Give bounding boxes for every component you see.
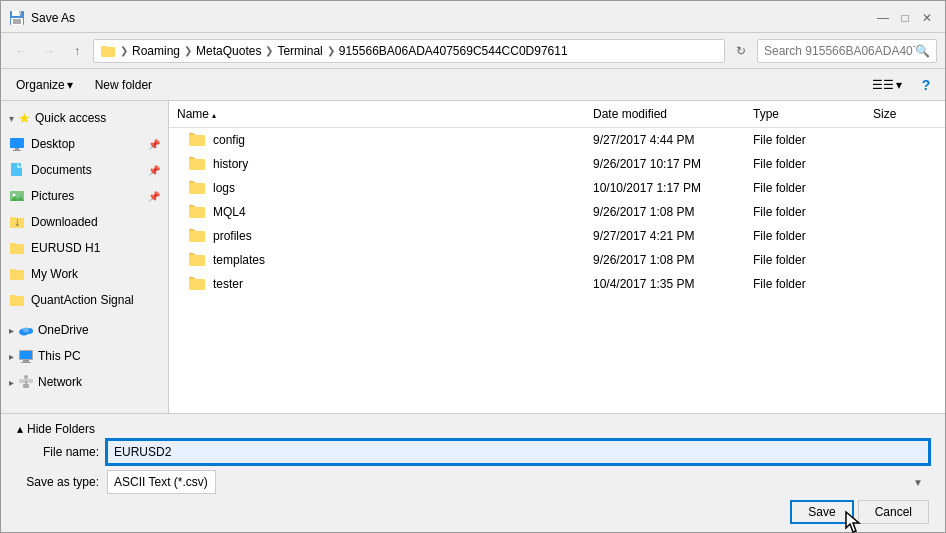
up-button[interactable]: ↑	[65, 39, 89, 63]
table-row[interactable]: config 9/27/2017 4:44 PM File folder	[169, 128, 945, 152]
file-name-mql4: MQL4	[209, 203, 585, 221]
table-row[interactable]: templates 9/26/2017 1:08 PM File folder	[169, 248, 945, 272]
svg-rect-8	[15, 148, 19, 150]
save-as-dialog: Save As — □ ✕ ← → ↑ ❯ Roaming ❯ MetaQuot…	[0, 0, 946, 533]
filetype-select-wrapper: ASCII Text (*.csv)CSV (*.csv)Text (*.txt…	[107, 470, 929, 494]
file-date-profiles: 9/27/2017 4:21 PM	[585, 227, 745, 245]
thispc-header[interactable]: ▸ This PC	[1, 343, 168, 369]
mywork-folder-icon	[9, 266, 25, 282]
network-header[interactable]: ▸ Network	[1, 369, 168, 395]
save-button[interactable]: Save	[790, 500, 853, 524]
title-bar-left: Save As	[9, 10, 75, 26]
search-bar: 🔍	[757, 39, 937, 63]
file-size-logs	[865, 186, 945, 190]
column-date[interactable]: Date modified	[585, 105, 745, 123]
folder-icon	[189, 228, 205, 244]
action-row: Save Cancel	[17, 500, 929, 524]
sidebar-documents-label: Documents	[31, 163, 92, 177]
sidebar-item-mywork[interactable]: My Work	[1, 261, 168, 287]
file-name-logs: logs	[209, 179, 585, 197]
svg-rect-54	[189, 277, 194, 279]
file-date-history: 9/26/2017 10:17 PM	[585, 155, 745, 173]
hide-folders-toggle[interactable]: ▴ Hide Folders	[17, 422, 95, 436]
file-size-config	[865, 138, 945, 142]
hide-folders-row: ▴ Hide Folders	[17, 422, 929, 436]
sidebar-item-desktop[interactable]: Desktop 📌	[1, 131, 168, 157]
svg-point-33	[24, 375, 28, 379]
new-folder-button[interactable]: New folder	[88, 75, 159, 95]
sidebar-item-downloaded[interactable]: ↓ Downloaded	[1, 209, 168, 235]
bottom-bar: ▴ Hide Folders File name: Save as type: …	[1, 413, 945, 532]
quick-access-header[interactable]: ▾ ★ Quick access	[1, 105, 168, 131]
forward-button[interactable]: →	[37, 39, 61, 63]
sidebar-eurusd-label: EURUSD H1	[31, 241, 100, 255]
file-type-tester: File folder	[745, 275, 865, 293]
breadcrumb[interactable]: ❯ Roaming ❯ MetaQuotes ❯ Terminal ❯ 9155…	[93, 39, 725, 63]
filename-row: File name:	[17, 440, 929, 464]
file-type-mql4: File folder	[745, 203, 865, 221]
svg-rect-32	[19, 379, 33, 383]
svg-rect-6	[101, 46, 107, 49]
file-date-mql4: 9/26/2017 1:08 PM	[585, 203, 745, 221]
sidebar-item-pictures[interactable]: Pictures 📌	[1, 183, 168, 209]
folder-icon	[189, 252, 205, 268]
column-size[interactable]: Size	[865, 105, 945, 123]
svg-rect-39	[189, 157, 194, 159]
onedrive-icon	[18, 322, 34, 338]
thispc-expand-icon: ▸	[9, 351, 14, 362]
file-type-templates: File folder	[745, 251, 865, 269]
quick-access-items: Desktop 📌 Documents 📌 Pictures 📌	[1, 131, 168, 313]
maximize-button[interactable]: □	[895, 8, 915, 28]
sidebar-item-documents[interactable]: Documents 📌	[1, 157, 168, 183]
filetype-row: Save as type: ASCII Text (*.csv)CSV (*.c…	[17, 470, 929, 494]
back-button[interactable]: ←	[9, 39, 33, 63]
svg-rect-27	[20, 351, 32, 359]
refresh-button[interactable]: ↻	[729, 39, 753, 63]
new-folder-label: New folder	[95, 78, 152, 92]
view-dropdown-icon: ▾	[896, 78, 902, 92]
file-size-tester	[865, 282, 945, 286]
file-name-history: history	[209, 155, 585, 173]
svg-rect-22	[10, 295, 16, 298]
column-name[interactable]: Name ▴	[169, 105, 585, 123]
help-button[interactable]: ?	[915, 74, 937, 96]
table-row[interactable]: tester 10/4/2017 1:35 PM File folder	[169, 272, 945, 296]
thispc-label: This PC	[38, 349, 81, 363]
onedrive-header[interactable]: ▸ OneDrive	[1, 317, 168, 343]
table-row[interactable]: history 9/26/2017 10:17 PM File folder	[169, 152, 945, 176]
sidebar-pictures-label: Pictures	[31, 189, 74, 203]
sidebar-quantaction-label: QuantAction Signal	[31, 293, 134, 307]
table-row[interactable]: profiles 9/27/2017 4:21 PM File folder	[169, 224, 945, 248]
eurusd-folder-icon	[9, 240, 25, 256]
cancel-button[interactable]: Cancel	[858, 500, 929, 524]
svg-rect-51	[189, 253, 194, 255]
close-button[interactable]: ✕	[917, 8, 937, 28]
column-type[interactable]: Type	[745, 105, 865, 123]
sidebar-item-quantaction[interactable]: QuantAction Signal	[1, 287, 168, 313]
file-date-tester: 10/4/2017 1:35 PM	[585, 275, 745, 293]
desktop-pin-icon: 📌	[148, 139, 160, 150]
filetype-select[interactable]: ASCII Text (*.csv)CSV (*.csv)Text (*.txt…	[107, 470, 216, 494]
table-row[interactable]: logs 10/10/2017 1:17 PM File folder	[169, 176, 945, 200]
organize-label: Organize	[16, 78, 65, 92]
second-toolbar: Organize ▾ New folder ☰☰ ▾ ?	[1, 69, 945, 101]
svg-rect-18	[10, 243, 16, 246]
file-type-logs: File folder	[745, 179, 865, 197]
breadcrumb-metaquotes: MetaQuotes	[196, 44, 261, 58]
sidebar-item-eurusd[interactable]: EURUSD H1	[1, 235, 168, 261]
view-button[interactable]: ☰☰ ▾	[867, 75, 907, 95]
title-controls: — □ ✕	[873, 8, 937, 28]
file-size-mql4	[865, 210, 945, 214]
dialog-title: Save As	[31, 11, 75, 25]
pictures-pin-icon: 📌	[148, 191, 160, 202]
file-size-profiles	[865, 234, 945, 238]
filename-input[interactable]	[107, 440, 929, 464]
search-input[interactable]	[764, 44, 915, 58]
filetype-label: Save as type:	[17, 475, 107, 489]
organize-dropdown-icon: ▾	[67, 78, 73, 92]
organize-button[interactable]: Organize ▾	[9, 75, 80, 95]
network-label: Network	[38, 375, 82, 389]
network-expand-icon: ▸	[9, 377, 14, 388]
minimize-button[interactable]: —	[873, 8, 893, 28]
table-row[interactable]: MQL4 9/26/2017 1:08 PM File folder	[169, 200, 945, 224]
